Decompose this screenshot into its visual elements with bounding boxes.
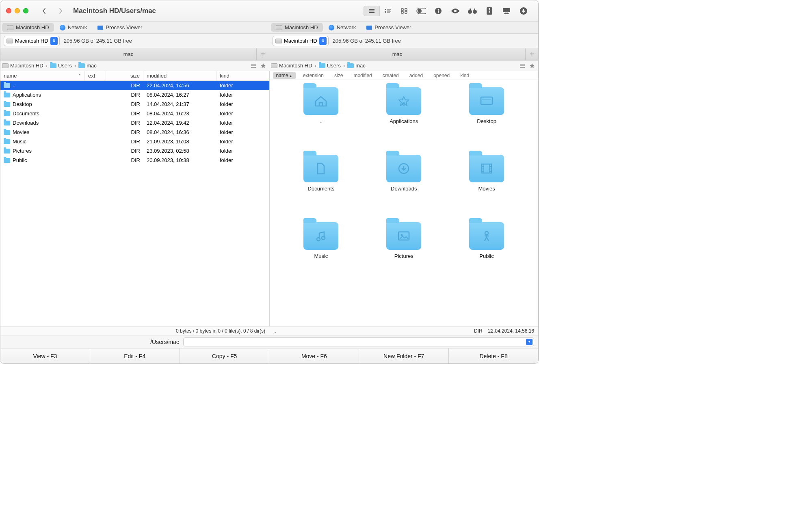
file-row[interactable]: ..DIR22.04.2024, 14:56folder [0, 81, 269, 90]
nav-forward-button[interactable] [54, 5, 67, 17]
folder-icon [4, 111, 10, 116]
col-ext[interactable]: ext [85, 71, 106, 80]
svg-rect-15 [474, 9, 475, 11]
server-icon[interactable] [502, 6, 511, 16]
fn-button[interactable]: Move - F6 [269, 348, 359, 363]
file-size: DIR [106, 90, 143, 99]
sort-item[interactable]: opened [430, 72, 453, 79]
grid-item[interactable]: .. [303, 87, 338, 152]
minimize-window-button[interactable] [15, 8, 20, 13]
drive-name-left: Macintosh HD [15, 38, 48, 44]
file-row[interactable]: MusicDIR21.09.2023, 15:08folder [0, 137, 269, 146]
download-icon[interactable] [519, 6, 528, 16]
sort-item[interactable]: kind [457, 72, 472, 79]
device-tab[interactable]: Network [55, 23, 92, 32]
grid-item-label: Music [314, 253, 328, 259]
view-columns-button[interactable] [380, 6, 396, 16]
favorite-icon[interactable] [528, 61, 537, 70]
list-mode-icon[interactable] [518, 61, 527, 70]
folder-icon [4, 139, 10, 144]
svg-point-7 [418, 9, 422, 13]
sort-item[interactable]: name [273, 72, 296, 79]
preview-icon[interactable] [450, 6, 460, 16]
file-name: Public [13, 157, 27, 163]
left-pane: name⌃ ext size modified kind ..DIR22.04.… [0, 71, 270, 326]
file-row[interactable]: PicturesDIR23.09.2023, 02:58folder [0, 146, 269, 156]
breadcrumb-item[interactable]: Macintosh HD [271, 63, 312, 69]
sort-item[interactable]: created [379, 72, 402, 79]
zoom-window-button[interactable] [23, 8, 28, 13]
device-tab[interactable]: Process Viewer [362, 23, 416, 32]
file-row[interactable]: DocumentsDIR08.04.2024, 16:23folder [0, 109, 269, 118]
file-row[interactable]: PublicDIR20.09.2023, 10:38folder [0, 156, 269, 165]
folder-icon [4, 93, 10, 97]
breadcrumb-item[interactable]: Macintosh HD [2, 63, 43, 69]
breadcrumb-item[interactable]: mac [78, 63, 97, 69]
device-tab[interactable]: Process Viewer [93, 23, 147, 32]
file-name: .. [13, 82, 15, 89]
pane-tab-right[interactable]: mac [269, 48, 525, 60]
favorite-icon[interactable] [259, 61, 268, 70]
grid-item-label: .. [320, 118, 323, 124]
col-kind[interactable]: kind [216, 71, 269, 80]
folder-icon [386, 87, 421, 115]
fn-button[interactable]: Edit - F4 [90, 348, 180, 363]
fn-button[interactable]: View - F3 [0, 348, 90, 363]
grid-item-label: Documents [308, 186, 335, 192]
toggle-switch-icon[interactable] [416, 6, 426, 16]
col-name[interactable]: name⌃ [0, 71, 85, 80]
nav-back-button[interactable] [38, 5, 50, 17]
grid-item[interactable]: Music [303, 222, 338, 287]
file-modified: 12.04.2024, 19:42 [143, 118, 216, 128]
file-name: Downloads [13, 120, 39, 126]
archive-icon[interactable] [485, 6, 494, 16]
col-size[interactable]: size [106, 71, 143, 80]
file-row[interactable]: DownloadsDIR12.04.2024, 19:42folder [0, 118, 269, 128]
breadcrumb-item[interactable]: Users [50, 63, 72, 69]
breadcrumb-item[interactable]: Users [319, 63, 341, 69]
device-tab[interactable]: Macintosh HD [2, 23, 54, 32]
grid-item[interactable]: Public [469, 222, 504, 287]
svg-rect-5 [405, 11, 407, 13]
fn-button[interactable]: Delete - F8 [449, 348, 538, 363]
grid-item[interactable]: Documents [303, 155, 338, 220]
sort-item[interactable]: size [331, 72, 346, 79]
file-row[interactable]: MoviesDIR08.04.2024, 16:36folder [0, 128, 269, 137]
file-name: Documents [13, 110, 39, 117]
grid-item[interactable]: Movies [469, 155, 504, 220]
sort-item[interactable]: modified [350, 72, 375, 79]
icon-grid[interactable]: ..ApplicationsDesktopDocumentsDownloadsM… [270, 80, 539, 326]
fn-button[interactable]: Copy - F5 [180, 348, 270, 363]
binoculars-icon[interactable] [468, 6, 477, 16]
fn-button[interactable]: New Folder - F7 [359, 348, 449, 363]
breadcrumb-item[interactable]: mac [347, 63, 366, 69]
path-input[interactable]: ▾ [183, 337, 534, 346]
file-list[interactable]: ..DIR22.04.2024, 14:56folderApplications… [0, 81, 269, 326]
info-icon[interactable] [433, 6, 443, 16]
view-grid-button[interactable] [396, 6, 412, 16]
grid-item[interactable]: Downloads [386, 155, 421, 220]
close-window-button[interactable] [6, 8, 11, 13]
svg-rect-3 [405, 9, 407, 11]
view-list-button[interactable] [364, 6, 380, 16]
new-tab-button-right[interactable]: + [525, 48, 538, 60]
pane-tab-left[interactable]: mac [0, 48, 256, 60]
file-modified: 08.04.2024, 16:27 [143, 90, 216, 99]
grid-item[interactable]: Desktop [469, 87, 504, 152]
drive-selector-right[interactable]: Macintosh HD ⇅ [273, 36, 329, 46]
drive-name-right: Macintosh HD [284, 38, 317, 44]
sort-item[interactable]: extension [300, 72, 327, 79]
drive-selector-left[interactable]: Macintosh HD ⇅ [4, 36, 60, 46]
device-tab[interactable]: Macintosh HD [271, 23, 323, 32]
list-mode-icon[interactable] [249, 61, 258, 70]
grid-item[interactable]: Applications [386, 87, 421, 152]
status-bar: 0 bytes / 0 bytes in 0 / 0 file(s). 0 / … [0, 326, 538, 335]
device-tab[interactable]: Network [324, 23, 361, 32]
view-mode-group [364, 6, 412, 16]
new-tab-button-left[interactable]: + [256, 48, 269, 60]
file-row[interactable]: DesktopDIR14.04.2024, 21:37folder [0, 99, 269, 109]
file-row[interactable]: ApplicationsDIR08.04.2024, 16:27folder [0, 90, 269, 99]
col-modified[interactable]: modified [143, 71, 216, 80]
sort-item[interactable]: added [406, 72, 426, 79]
grid-item[interactable]: Pictures [386, 222, 421, 287]
